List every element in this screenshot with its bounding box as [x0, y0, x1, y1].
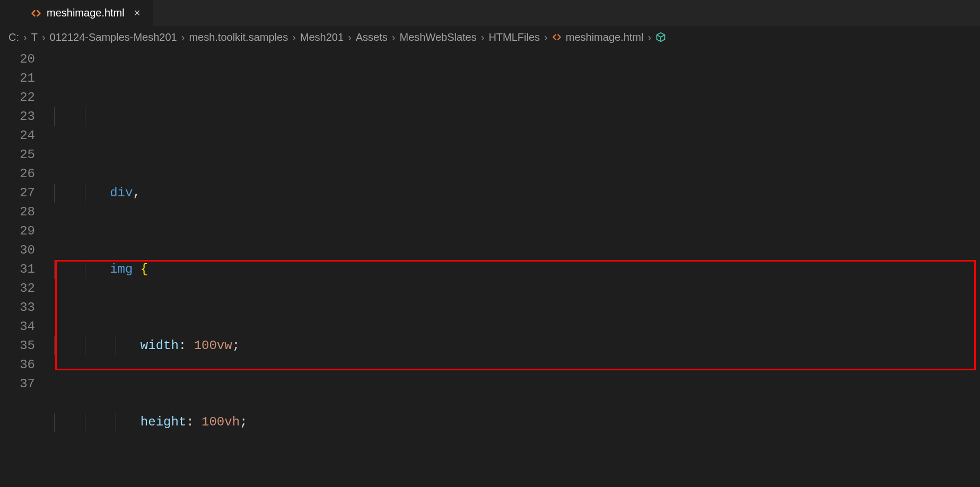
tab-meshimage[interactable]: meshimage.html × [21, 0, 154, 26]
token-comma: , [133, 186, 140, 200]
breadcrumb-label: Assets [356, 31, 388, 44]
chevron-right-icon: › [648, 31, 651, 44]
breadcrumb-item[interactable]: mesh.toolkit.samples [189, 31, 288, 44]
line-number-gutter: 20 21 22 23 24 25 26 27 28 29 30 31 32 3… [0, 48, 49, 487]
breadcrumb-label: 012124-Samples-Mesh201 [50, 31, 177, 44]
tab-bar-empty [154, 0, 980, 26]
breadcrumb-label: mesh.toolkit.samples [189, 31, 288, 44]
breadcrumb-label: meshimage.html [566, 31, 644, 44]
line-number: 36 [0, 355, 35, 375]
breadcrumb-label: C: [8, 31, 19, 44]
line-number: 24 [0, 126, 35, 145]
line-number: 21 [0, 69, 35, 88]
breadcrumb-label: T [31, 31, 38, 44]
breadcrumb-item[interactable]: 012124-Samples-Mesh201 [50, 31, 177, 44]
breadcrumb-item[interactable]: MeshWebSlates [399, 31, 476, 44]
chevron-right-icon: › [23, 31, 27, 44]
code-line[interactable]: div, [49, 184, 980, 203]
line-number: 27 [0, 184, 35, 203]
line-number: 32 [0, 279, 35, 298]
tab-gutter-spacer [0, 0, 21, 26]
breadcrumb-item[interactable]: Assets [356, 31, 388, 44]
line-number: 31 [0, 260, 35, 279]
token-selector: img [110, 262, 133, 276]
breadcrumb-label: Mesh201 [300, 31, 344, 44]
code-editor[interactable]: 20 21 22 23 24 25 26 27 28 29 30 31 32 3… [0, 48, 980, 487]
token-brace: { [141, 262, 148, 276]
code-content[interactable]: div, img { width: 100vw; height: 100vh; … [49, 48, 980, 487]
chevron-right-icon: › [481, 31, 485, 44]
breadcrumb-item[interactable]: Mesh201 [300, 31, 344, 44]
line-number: 34 [0, 317, 35, 336]
breadcrumb-item[interactable]: HTMLFiles [488, 31, 540, 44]
line-number: 29 [0, 222, 35, 241]
breadcrumb-label: MeshWebSlates [399, 31, 476, 44]
chevron-right-icon: › [42, 31, 46, 44]
chevron-right-icon: › [292, 31, 296, 44]
token-property: width [141, 338, 179, 353]
breadcrumb-item[interactable]: C: [8, 31, 19, 44]
token-selector: div [110, 186, 133, 200]
tab-label: meshimage.html [47, 7, 125, 19]
line-number: 25 [0, 145, 35, 164]
line-number: 33 [0, 298, 35, 317]
token-value: 100vw [194, 338, 232, 353]
symbol-icon[interactable] [655, 32, 666, 42]
line-number: 20 [0, 50, 35, 69]
tab-bar: meshimage.html × [0, 0, 980, 27]
code-line[interactable]: height: 100vh; [49, 413, 980, 432]
token-value: 100vh [202, 415, 240, 429]
chevron-right-icon: › [348, 31, 352, 44]
code-line[interactable]: width: 100vw; [49, 336, 980, 355]
chevron-right-icon: › [544, 31, 548, 44]
chevron-right-icon: › [392, 31, 396, 44]
line-number: 23 [0, 107, 35, 126]
code-icon [552, 32, 562, 42]
breadcrumb: C: › T › 012124-Samples-Mesh201 › mesh.t… [0, 27, 980, 48]
line-number: 28 [0, 203, 35, 222]
code-icon [31, 8, 41, 19]
code-line[interactable] [49, 107, 980, 126]
line-number: 37 [0, 375, 35, 394]
breadcrumb-label: HTMLFiles [488, 31, 540, 44]
chevron-right-icon: › [181, 31, 185, 44]
line-number: 35 [0, 336, 35, 355]
line-number: 22 [0, 88, 35, 107]
breadcrumb-item[interactable]: meshimage.html [552, 31, 644, 44]
code-line[interactable]: img { [49, 260, 980, 279]
breadcrumb-item[interactable]: T [31, 31, 38, 44]
token-property: height [141, 415, 186, 429]
line-number: 26 [0, 164, 35, 184]
close-icon[interactable]: × [134, 7, 141, 19]
line-number: 30 [0, 241, 35, 260]
